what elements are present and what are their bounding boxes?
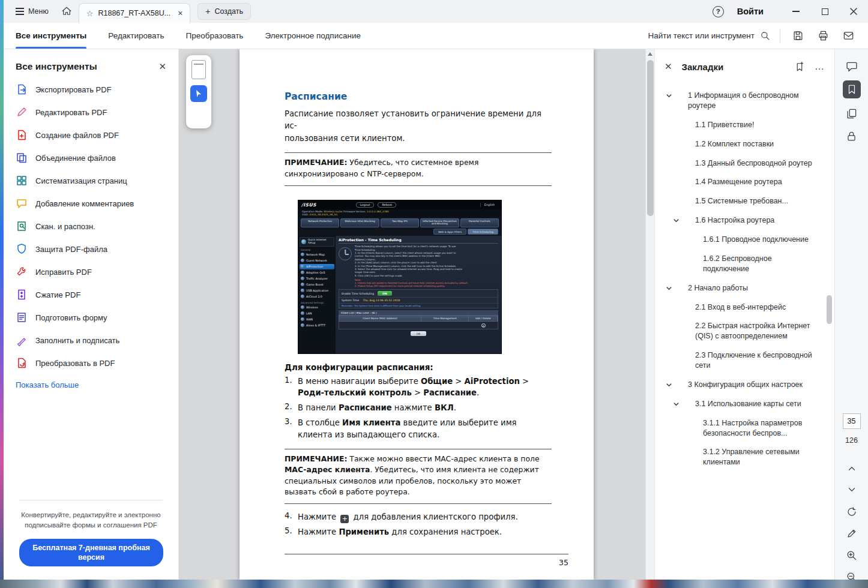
bookmark-item[interactable]: 2 Начало работы [655,283,834,293]
router-subtab[interactable]: Web & Apps Filters [433,229,466,235]
bookmark-item[interactable]: 1.6.1 Проводное подключение [655,235,834,245]
router-menu-item[interactable]: AiProtection [300,264,334,269]
router-menu-item[interactable]: Adaptive QoS [300,270,334,275]
ribbon-tab-1[interactable]: Все инструменты [16,23,86,49]
tool-item-add-comments[interactable]: Добавление комментариев [4,192,178,215]
tool-item-protect-pdf[interactable]: Защита PDF-файла [4,238,178,260]
email-button[interactable] [840,28,856,44]
draw-tool-button[interactable] [843,524,861,542]
current-page-input[interactable]: 35 [843,413,861,429]
router-menu-item[interactable]: LAN [300,311,334,316]
tool-item-fill-sign[interactable]: Заполнить и подписать [4,329,178,352]
bookmark-item[interactable]: 2.3 Подключение к беспроводной сети [655,350,834,371]
tool-item-organize-pages[interactable]: Систематизация страниц [4,169,178,192]
router-menu-item[interactable]: AiCloud 2.0 [300,294,334,299]
zoom-in-button[interactable] [843,546,861,564]
save-button[interactable] [790,28,806,44]
tool-item-combine-files[interactable]: Объединение файлов [4,146,178,169]
print-button[interactable] [815,28,831,44]
bookmark-item[interactable]: 1.5 Системные требован... [655,196,834,206]
tab-close-icon[interactable]: × [178,8,182,18]
router-language-select[interactable]: English [480,203,498,207]
scrollbar-up-arrow[interactable] [648,52,653,56]
chevron-down-icon[interactable] [666,284,672,295]
ribbon-tab-2[interactable]: Редактировать [108,23,164,49]
router-ok-button[interactable]: OK [411,331,427,336]
attachments-panel-button[interactable] [843,127,861,145]
bookmark-item[interactable]: 1.6 Настройка роутера [655,215,834,226]
select-tool-button[interactable] [190,85,207,102]
scrollbar-thumb[interactable] [647,60,654,216]
sign-in-button[interactable]: Войти [737,7,764,16]
add-bookmark-icon[interactable] [794,61,805,72]
bookmark-item[interactable]: 1.6.2 Беспроводное подключение [655,254,834,274]
bookmarks-options-icon[interactable]: … [815,61,825,72]
ribbon-tab-4[interactable]: Электронное подписание [265,23,361,49]
tool-item-scan-ocr[interactable]: Скан. и распозн. [4,215,178,238]
maximize-button[interactable] [810,0,839,23]
timezone-reminder-link[interactable]: Reminder: The System time zone is differ… [339,304,498,308]
ribbon-tab-3[interactable]: Преобразовать [186,23,244,49]
tool-item-convert-pdf[interactable]: Преобразовать в PDF [4,352,178,374]
show-more-link[interactable]: Показать больше [4,374,178,395]
help-button[interactable]: ? [713,6,724,17]
tool-item-export-pdf[interactable]: Экспортировать PDF [4,78,178,101]
rotate-view-button[interactable] [843,503,861,521]
menu-button[interactable]: Меню [10,4,55,19]
favorite-star-icon[interactable]: ☆ [86,9,94,18]
router-tab[interactable]: Network Protection [301,218,339,228]
bookmark-item[interactable]: 2.1 Вход в веб-интерфейс [655,302,834,313]
bookmarks-close-icon[interactable]: ✕ [665,61,672,72]
router-logout-button[interactable]: Logout [356,202,374,208]
router-menu-item[interactable]: Game Boost [300,282,334,287]
router-tab[interactable]: Malicious Sites Blocking [340,218,379,228]
router-menu-item[interactable]: WAN [300,317,334,322]
bookmark-item[interactable]: 1 Информация о беспроводном роутере [655,91,834,111]
bookmarks-scrollbar-thumb[interactable] [827,295,832,324]
create-button[interactable]: + Создать [197,3,251,20]
previous-page-button[interactable] [843,460,861,478]
document-tab[interactable]: ☆ R18867_RT-AX58U... × [79,3,191,23]
router-menu-item[interactable]: USB Application [300,288,334,293]
free-trial-button[interactable]: Бесплатная 7-дневная пробная версия [19,539,163,567]
chevron-down-icon[interactable] [673,400,680,410]
router-menu-item[interactable]: Traffic Analyzer [300,276,334,281]
home-button[interactable] [57,2,76,20]
bookmark-item[interactable]: 2.2 Быстрая настройка Интернет (QIS) с а… [655,321,834,341]
page-thumbnails-panel-button[interactable] [843,104,861,122]
router-reboot-button[interactable]: Reboot [378,202,396,208]
router-menu-item[interactable]: Wireless [300,305,334,310]
router-menu-item[interactable]: Guest Network [300,258,334,263]
chevron-down-icon[interactable] [666,381,672,391]
chevron-down-icon[interactable] [673,217,680,227]
tool-item-create-pdf[interactable]: Создание файлов PDF [4,124,178,146]
bookmark-item[interactable]: 3.1.2 Управление сетевыми клиентами [655,447,834,467]
bookmark-item[interactable]: 1.1 Приветствие! [655,120,834,130]
bookmark-item[interactable]: 1.3 Данный беспроводной роутер [655,158,834,169]
close-button[interactable] [839,0,868,23]
router-tab[interactable]: Infected Device Prevention and Blocking [420,218,459,228]
tool-item-compress-pdf[interactable]: Сжатие PDF [4,283,178,306]
document-scrollbar[interactable] [645,49,654,580]
router-menu-item[interactable]: Alexa & IFTTT [300,323,334,328]
next-page-button[interactable] [843,481,861,499]
chevron-down-icon[interactable] [666,92,672,102]
router-tab[interactable]: Two-Way IPS [381,218,419,228]
router-menu-item[interactable]: Network Map [300,252,334,257]
bookmark-item[interactable]: 1.2 Комплект поставки [655,139,834,149]
bookmark-item[interactable]: 1.4 Размещение роутера [655,177,834,187]
router-subtab[interactable]: Time Scheduling [468,229,498,235]
find-tool-button[interactable]: Найти текст или инструмент [648,31,770,41]
page-thumbnails-button[interactable] [191,60,206,79]
bookmark-item[interactable]: 3 Конфигурация общих настроек [655,380,834,390]
bookmark-item[interactable]: 3.1 Использование карты сети [655,399,834,409]
tool-item-prepare-form[interactable]: Подготовить форму [4,306,178,329]
router-tab[interactable]: Parental Controls [460,218,499,228]
minimize-button[interactable] [782,0,810,23]
tool-item-repair-pdf[interactable]: Исправить PDF [4,260,178,283]
bookmarks-panel-button[interactable] [843,80,861,98]
comments-panel-button[interactable] [843,58,861,76]
scheduling-on-toggle[interactable]: ON [378,291,392,296]
bookmark-item[interactable]: 3.1.1 Настройка параметров безопасности … [655,418,834,439]
router-qis-button[interactable]: Quick Internet Setup [300,237,334,246]
